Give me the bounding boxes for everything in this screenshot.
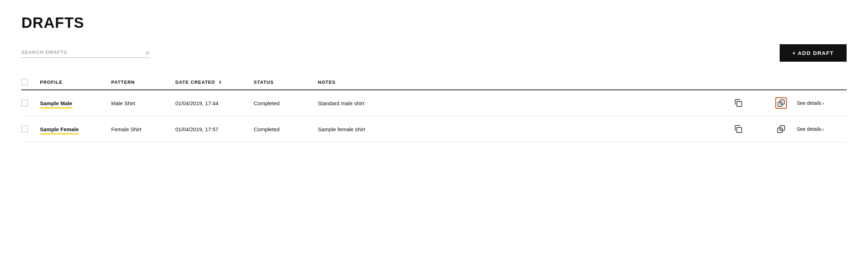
header-notes: NOTES [318,80,733,85]
header-profile: PROFILE [40,80,111,85]
header-pattern: PATTERN [111,80,175,85]
notes-cell: Sample female shirt [318,126,733,132]
row-actions [733,97,775,109]
row-checkbox[interactable] [21,100,28,106]
table-row: Sample Male Male Shirt 01/04/2019, 17:44… [21,90,847,116]
duplicate-icon[interactable] [775,123,787,135]
table-row: Sample Female Female Shirt 01/04/2019, 1… [21,116,847,142]
see-details-link[interactable]: See details › [797,100,847,106]
svg-rect-0 [737,102,742,107]
header-checkbox-cell [21,79,40,85]
header-status: STATUS [254,80,318,85]
select-all-checkbox[interactable] [21,79,28,85]
sort-arrow-icon: ⇧ [218,80,222,85]
search-wrapper: ⌕ [21,48,150,58]
profile-name[interactable]: Sample Male [40,100,111,106]
page-title: DRAFTS [21,14,847,31]
chevron-right-icon: › [822,127,824,132]
copy-icon[interactable] [733,97,744,109]
status-cell: Completed [254,100,318,106]
notes-cell: Standard male shirt [318,100,733,106]
add-draft-button[interactable]: + ADD DRAFT [780,44,847,62]
row-checkbox-cell [21,100,40,106]
table-header: PROFILE PATTERN DATE CREATED ⇧ STATUS NO… [21,75,847,90]
search-input[interactable] [21,50,142,55]
svg-rect-3 [737,128,742,133]
status-cell: Completed [254,126,318,132]
profile-name[interactable]: Sample Female [40,126,111,132]
chevron-right-icon: › [822,101,824,106]
pattern-cell: Male Shirt [111,100,175,106]
row-actions [733,123,775,135]
drafts-table: PROFILE PATTERN DATE CREATED ⇧ STATUS NO… [21,75,847,142]
header-date-created[interactable]: DATE CREATED ⇧ [175,80,254,85]
search-icon: ⌕ [146,48,150,56]
toolbar: ⌕ + ADD DRAFT [21,44,847,62]
duplicate-icon[interactable] [775,97,787,109]
pattern-cell: Female Shirt [111,126,175,132]
date-created-cell: 01/04/2019, 17:57 [175,126,254,132]
row-checkbox-cell [21,126,40,132]
copy-icon[interactable] [733,123,744,135]
row-checkbox[interactable] [21,126,28,132]
date-created-cell: 01/04/2019, 17:44 [175,100,254,106]
see-details-link[interactable]: See details › [797,126,847,132]
